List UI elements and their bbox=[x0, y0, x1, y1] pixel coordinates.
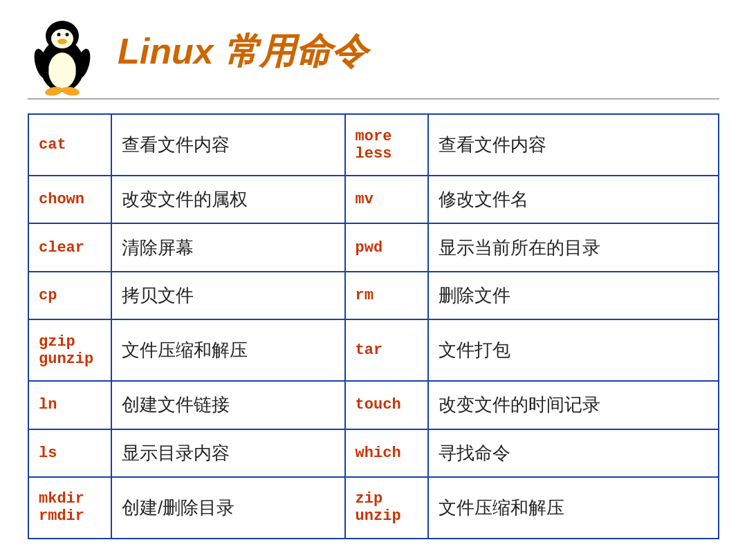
description-2: 查看文件内容 bbox=[428, 114, 719, 176]
tux-logo bbox=[28, 14, 104, 90]
description-2: 寻找命令 bbox=[428, 429, 719, 477]
description-2: 删除文件 bbox=[428, 272, 719, 319]
command-1: mkdir rmdir bbox=[28, 477, 111, 539]
command-2: rm bbox=[345, 272, 428, 319]
table-row: ln创建文件链接touch改变文件的时间记录 bbox=[28, 381, 719, 429]
table-row: clear清除屏幕pwd显示当前所在的目录 bbox=[28, 223, 719, 271]
command-2: pwd bbox=[345, 223, 428, 271]
description-2: 文件压缩和解压 bbox=[428, 477, 719, 539]
command-2: zip unzip bbox=[345, 477, 428, 539]
command-2: tar bbox=[345, 319, 428, 381]
table-row: ls显示目录内容which寻找命令 bbox=[28, 429, 719, 477]
commands-table: cat查看文件内容more less查看文件内容chown改变文件的属权mv修改… bbox=[28, 113, 719, 539]
slide: Linux 常用命令 cat查看文件内容more less查看文件内容chown… bbox=[0, 0, 747, 560]
command-1: cp bbox=[28, 272, 111, 319]
command-1: gzip gunzip bbox=[28, 319, 111, 381]
description-1: 清除屏幕 bbox=[111, 223, 345, 271]
description-1: 文件压缩和解压 bbox=[111, 319, 345, 381]
table-row: cp拷贝文件rm删除文件 bbox=[28, 272, 719, 319]
command-2: mv bbox=[345, 176, 428, 223]
description-1: 创建文件链接 bbox=[111, 381, 345, 429]
svg-point-6 bbox=[57, 33, 61, 37]
command-2: more less bbox=[345, 114, 428, 176]
command-1: clear bbox=[28, 223, 111, 271]
table-row: cat查看文件内容more less查看文件内容 bbox=[28, 114, 719, 176]
description-1: 查看文件内容 bbox=[111, 114, 345, 176]
svg-point-7 bbox=[66, 33, 69, 37]
command-1: ls bbox=[28, 429, 111, 477]
description-1: 改变文件的属权 bbox=[111, 176, 345, 223]
command-1: ln bbox=[28, 381, 111, 429]
description-2: 修改文件名 bbox=[428, 176, 719, 223]
description-2: 改变文件的时间记录 bbox=[428, 381, 719, 429]
table-row: mkdir rmdir创建/删除目录zip unzip文件压缩和解压 bbox=[28, 477, 719, 539]
command-2: which bbox=[345, 429, 428, 477]
description-2: 文件打包 bbox=[428, 319, 719, 381]
command-2: touch bbox=[345, 381, 428, 429]
svg-point-8 bbox=[57, 39, 67, 44]
description-2: 显示当前所在的目录 bbox=[428, 223, 719, 271]
description-1: 拷贝文件 bbox=[111, 272, 345, 319]
description-1: 显示目录内容 bbox=[111, 429, 345, 477]
table-row: gzip gunzip文件压缩和解压tar文件打包 bbox=[28, 319, 719, 381]
command-1: cat bbox=[28, 114, 111, 176]
header: Linux 常用命令 bbox=[28, 14, 719, 100]
svg-point-1 bbox=[48, 53, 76, 88]
page-title: Linux 常用命令 bbox=[118, 28, 367, 76]
table-row: chown改变文件的属权mv修改文件名 bbox=[28, 176, 719, 223]
command-1: chown bbox=[28, 176, 111, 223]
description-1: 创建/删除目录 bbox=[111, 477, 345, 539]
